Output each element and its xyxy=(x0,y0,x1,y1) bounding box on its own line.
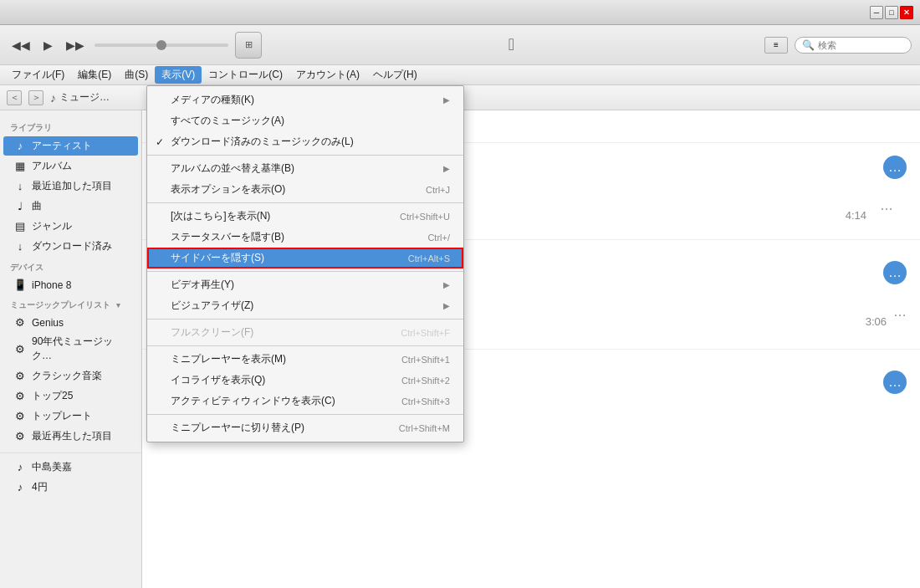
maximize-button[interactable]: □ xyxy=(885,6,898,19)
artist-name: 木村弓 xyxy=(156,366,211,391)
nav-bar: ＜ ＞ ♪ ミュージ… xyxy=(0,85,920,110)
4yen-icon: ♪ xyxy=(13,481,27,493)
menu-edit[interactable]: 編集(E) xyxy=(71,66,118,84)
genres-icon: ▤ xyxy=(13,220,27,233)
breadcrumb: ♪ ミュージ… xyxy=(50,90,110,105)
sidebar-item-songs[interactable]: ♩ 曲 xyxy=(3,197,138,216)
sidebar-item-recently-played[interactable]: ⚙ 最近再生した項目 xyxy=(3,427,138,446)
display-button[interactable]: ⊞ xyxy=(235,32,262,59)
downloaded-icon: ↓ xyxy=(13,240,27,253)
forward-button[interactable]: ▶▶ xyxy=(63,35,88,55)
artist-name: Goose house xyxy=(156,153,272,175)
sidebar-item-label: 最近再生した項目 xyxy=(32,429,112,443)
list-view-button[interactable]: ≡ xyxy=(764,37,788,54)
artist-more-button[interactable]: … xyxy=(883,156,907,179)
search-icon: 🔍 xyxy=(802,39,815,51)
menubar: ファイル(F) 編集(E) 曲(S) 表示(V) コントロール(C) アカウント… xyxy=(0,65,920,85)
transport-bar: ◀◀ ▶ ▶▶ ⊞  ≡ 🔍 xyxy=(0,25,920,65)
sidebar-item-albums[interactable]: ▦ アルバム xyxy=(3,156,138,176)
song-more-icon[interactable]: … xyxy=(880,198,893,213)
sidebar-item-top-rated[interactable]: ⚙ トップレート xyxy=(3,406,138,426)
music-note-icon: ♪ xyxy=(169,304,176,320)
progress-thumb xyxy=(156,40,166,50)
album-row: ♪ BALANCO 2 サンデーモーニング 3:06 … xyxy=(156,292,907,335)
artist-section-goosehouse: Goose house … ♪ 光るなら 1 光るなら 4:14 … xyxy=(142,143,920,233)
sidebar-item-genius[interactable]: ⚙ Genius xyxy=(3,314,138,331)
artist-more-button[interactable]: … xyxy=(883,371,907,394)
tab-radio[interactable]: Radio xyxy=(216,117,244,142)
rewind-button[interactable]: ◀◀ xyxy=(8,35,33,55)
section-divider xyxy=(142,239,920,240)
sidebar-item-top25[interactable]: ⚙ トップ25 xyxy=(3,386,138,406)
songs-icon: ♩ xyxy=(13,200,27,212)
sidebar-item-iphone8[interactable]: 📱 iPhone 8 xyxy=(3,276,138,294)
song-title: サンデーモーニング xyxy=(216,314,859,329)
menu-file[interactable]: ファイル(F) xyxy=(5,66,71,84)
close-button[interactable]: ✕ xyxy=(900,6,913,19)
sidebar-item-nakashima[interactable]: ♪ 中島美嘉 xyxy=(3,458,138,477)
song-more-icon[interactable]: … xyxy=(893,304,907,320)
sidebar-item-label: 最近追加した項目 xyxy=(32,179,112,193)
minimize-button[interactable]: ─ xyxy=(870,6,883,19)
list-icon: ≡ xyxy=(774,40,779,49)
play-button[interactable]: ▶ xyxy=(40,35,56,55)
devices-label: デバイス xyxy=(0,257,141,275)
album-art: ♪ xyxy=(156,295,189,329)
album-title: BALANCO xyxy=(196,295,887,310)
song-detail-row: 1 光るなら 4:14 xyxy=(209,207,866,222)
back-button[interactable]: ＜ xyxy=(7,90,22,105)
sidebar-item-recently-added[interactable]: ↓ 最近追加した項目 xyxy=(3,176,138,196)
sidebar-item-label: 中島美嘉 xyxy=(32,460,72,474)
top-rated-icon: ⚙ xyxy=(13,410,27,422)
display-icon: ⊞ xyxy=(245,39,253,50)
sidebar-item-artists[interactable]: ♪ アーティスト xyxy=(3,136,138,156)
progress-bar[interactable] xyxy=(95,43,228,47)
main-area: ライブラリ ♪ アーティスト ▦ アルバム ↓ 最近追加した項目 ♩ 曲 ▤ ジ… xyxy=(0,110,920,588)
sidebar-item-genres[interactable]: ▤ ジャンル xyxy=(3,217,138,236)
sidebar-item-4yen[interactable]: ♪ 4円 xyxy=(3,478,138,497)
artist-section-kimura: 木村弓 … xyxy=(142,356,920,408)
sidebar-item-label: ジャンル xyxy=(32,219,72,233)
sidebar-item-label: クラシック音楽 xyxy=(32,369,102,383)
sidebar-item-label: iPhone 8 xyxy=(32,279,71,291)
apple-logo:  xyxy=(268,35,754,54)
section-divider xyxy=(142,349,920,350)
song-info: 光るなら 1 光るなら 4:14 xyxy=(209,188,866,222)
iphone-icon: 📱 xyxy=(13,279,27,291)
genius-icon: ⚙ xyxy=(13,316,27,329)
menu-controls[interactable]: コントロール(C) xyxy=(202,66,289,84)
tab-discover[interactable]: 見つける xyxy=(156,117,199,142)
menu-account[interactable]: アカウント(A) xyxy=(289,66,366,84)
search-input[interactable] xyxy=(818,40,904,50)
sidebar-item-classical[interactable]: ⚙ クラシック音楽 xyxy=(3,366,138,386)
forward-button[interactable]: ＞ xyxy=(28,90,43,105)
song-row[interactable]: ♪ 光るなら 1 光るなら 4:14 … xyxy=(156,185,907,226)
song-duration: 3:06 xyxy=(866,315,887,328)
artist-section-tsuji: つじあやの … ♪ BALANCO 2 サンデーモーニング 3:06 … xyxy=(142,247,920,342)
title-bar: ─ □ ✕ xyxy=(0,0,920,25)
menu-view[interactable]: 表示(V) xyxy=(155,66,202,84)
menu-help[interactable]: ヘルプ(H) xyxy=(366,66,424,84)
albums-icon: ▦ xyxy=(13,160,27,172)
sidebar-item-label: 90年代ミュージック… xyxy=(32,335,128,363)
library-label: ライブラリ xyxy=(0,117,141,135)
menu-song[interactable]: 曲(S) xyxy=(118,66,155,84)
sidebar-item-90s[interactable]: ⚙ 90年代ミュージック… xyxy=(3,332,138,366)
classical-icon: ⚙ xyxy=(13,370,27,382)
song-number: 1 xyxy=(209,209,222,222)
album-info: BALANCO 2 サンデーモーニング 3:06 xyxy=(196,295,887,329)
sidebar-item-label: トップレート xyxy=(32,409,92,423)
song-duration: 4:14 xyxy=(846,209,866,222)
sidebar-item-label: ダウンロード済み xyxy=(32,239,112,253)
artist-header: つじあやの … xyxy=(156,257,907,289)
sidebar-item-label: 4円 xyxy=(32,480,48,494)
sidebar-item-label: Genius xyxy=(32,317,64,329)
sidebar-item-downloaded[interactable]: ↓ ダウンロード済み xyxy=(3,237,138,256)
content-area: 見つける Radio Goose house … ♪ 光るなら 1 光るなら 4… xyxy=(142,110,920,588)
artist-header: 木村弓 … xyxy=(156,366,907,398)
artist-more-button[interactable]: … xyxy=(883,261,907,284)
playlists-label: ミュージックプレイリスト ▾ xyxy=(0,294,141,313)
sidebar-item-label: 曲 xyxy=(32,199,42,213)
breadcrumb-text: ミュージ… xyxy=(59,90,110,105)
search-box[interactable]: 🔍 xyxy=(795,37,912,54)
